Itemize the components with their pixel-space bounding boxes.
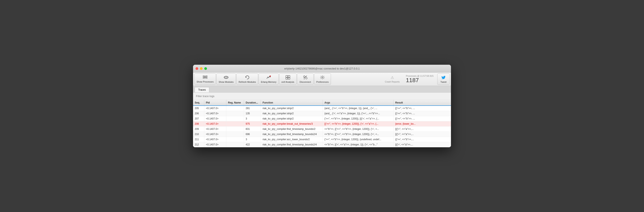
table-cell	[226, 126, 244, 132]
col-header-dur[interactable]: Duration...	[244, 100, 261, 106]
table-cell: 696	[244, 132, 261, 137]
table-cell: 281	[244, 106, 261, 111]
svg-rect-1	[203, 77, 205, 78]
col-header-reg[interactable]: Reg. Name	[226, 100, 244, 106]
table-cell: <0.1407.0>	[204, 111, 226, 116]
table-cell: 135	[244, 111, 261, 116]
processes-count: 1187	[406, 77, 419, 84]
show-modules-icon	[224, 75, 228, 80]
table-row[interactable]: 210<0.1407.0>696riak_kv_qry_compiler:fin…	[193, 132, 451, 137]
disconnect-icon	[303, 75, 308, 80]
preferences-button[interactable]: Preferences	[314, 73, 331, 85]
table-cell: riak_kv_qry_compiler:break_out_timeserie…	[261, 121, 323, 126]
tweet-icon	[441, 75, 446, 80]
table-cell: riak_kv_qry_compiler:strip/2	[261, 111, 323, 116]
table-cell: <<"b">>, [{'>='', <<"b">>, {integer, 120…	[322, 132, 393, 137]
table-cell: {and_, {'=', <<"a">>, {integer, 1}}, {'>…	[322, 111, 393, 116]
crash-reports-label: Crash Reports	[385, 81, 400, 83]
tweet-button[interactable]: Tweet	[437, 73, 450, 85]
table-cell	[226, 106, 244, 111]
titlebar: erlyberly-1462100278686@mac connected to…	[193, 65, 451, 73]
table-cell: {error, {lower_bo...	[394, 121, 451, 126]
erlang-memory-button[interactable]: Erlang Memory	[258, 73, 279, 85]
table-cell: 207	[193, 116, 204, 121]
show-modules-label: Show Modules	[218, 81, 234, 83]
table-cell: 3	[244, 116, 261, 121]
show-processes-icon	[203, 76, 208, 80]
table-cell: 206	[193, 111, 204, 116]
table-cell: [{'>='', <<"b">>, ...	[394, 116, 451, 121]
table-cell: 208	[193, 121, 204, 126]
svg-point-16	[322, 77, 323, 78]
col-header-pid[interactable]: Pid	[204, 100, 226, 106]
table-body: 205<0.1407.0>281riak_kv_qry_compiler:str…	[193, 106, 451, 147]
disconnect-button[interactable]: Disconnect	[297, 73, 314, 85]
preferences-icon	[320, 75, 325, 80]
svg-rect-11	[288, 76, 290, 77]
table-cell: [{{'='', <<"a">>,...	[394, 132, 451, 137]
table-cell: [{'>='', <<"b">>, ...	[394, 106, 451, 111]
table-cell	[226, 142, 244, 147]
processes-info: Processes @ 11:57:58.915 1187	[402, 73, 437, 85]
tabs-bar: Traces	[193, 86, 451, 93]
table-header-row: Seq. Pid Reg. Name Duration... Function …	[193, 100, 451, 106]
crash-reports-button[interactable]: ⚠ Crash Reports	[382, 73, 402, 85]
tweet-label: Tweet	[440, 81, 446, 83]
table-row[interactable]: 212<0.1407.0>422riak_kv_qry_compiler:fin…	[193, 142, 451, 147]
table-cell: <0.1407.0>	[204, 132, 226, 137]
table-cell: [{'>='', <<"b">>, ...	[394, 111, 451, 116]
filter-bar	[193, 93, 451, 100]
table-row[interactable]: 206<0.1407.0>135riak_kv_qry_compiler:str…	[193, 111, 451, 116]
refresh-modules-button[interactable]: Refresh Modules	[236, 73, 258, 85]
main-window: erlyberly-1462100278686@mac connected to…	[193, 65, 451, 147]
filter-input[interactable]	[196, 95, 448, 98]
table-cell: 211	[193, 137, 204, 142]
col-header-func[interactable]: Function	[261, 100, 323, 106]
col-header-args[interactable]: Args	[322, 100, 393, 106]
svg-rect-3	[206, 77, 207, 78]
maximize-button[interactable]	[204, 67, 207, 70]
table-cell: riak_kv_qry_compiler:find_timestamp_boun…	[261, 142, 323, 147]
show-processes-button[interactable]: Show Processes	[194, 73, 216, 85]
svg-rect-2	[206, 76, 207, 77]
table-row[interactable]: 211<0.1407.0>3riak_kv_qry_compiler:acc_l…	[193, 137, 451, 142]
svg-rect-0	[203, 76, 205, 77]
table-row[interactable]: 205<0.1407.0>281riak_kv_qry_compiler:str…	[193, 106, 451, 111]
svg-point-9	[270, 76, 271, 77]
preferences-label: Preferences	[316, 81, 329, 83]
table-cell: [{'>='', <<"b">>, {integer, 1200}}, {'='…	[322, 121, 393, 126]
table-cell	[226, 121, 244, 126]
window-buttons	[196, 67, 207, 70]
table-cell: riak_kv_qry_compiler:find_timestamp_boun…	[261, 126, 323, 132]
table-row[interactable]: 207<0.1407.0>3riak_kv_qry_compiler:strip…	[193, 116, 451, 121]
table-cell: 831	[244, 126, 261, 132]
col-header-result[interactable]: Result	[394, 100, 451, 106]
table-cell: {'>='', <<"b">>, {integer, 1200}}, [{{'=…	[322, 116, 393, 121]
trace-table: Seq. Pid Reg. Name Duration... Function …	[193, 100, 451, 147]
table-cell: <0.1407.0>	[204, 116, 226, 121]
table-cell: <<"b">>, [{'>='', <<"b">>, {integer, 120…	[322, 126, 393, 132]
table-row[interactable]: 209<0.1407.0>831riak_kv_qry_compiler:fin…	[193, 126, 451, 132]
tab-traces-label: Traces	[198, 88, 206, 91]
tab-traces[interactable]: Traces	[195, 87, 209, 92]
table-cell	[226, 116, 244, 121]
col-header-seq[interactable]: Seq.	[193, 100, 204, 106]
show-modules-button[interactable]: Show Modules	[216, 73, 236, 85]
svg-point-14	[304, 76, 305, 77]
table-cell: {'>='', <<"b">>, {integer, 1200}}, {unde…	[322, 137, 393, 142]
table-cell: 422	[244, 142, 261, 147]
minimize-button[interactable]	[200, 67, 202, 70]
table-cell	[226, 111, 244, 116]
svg-rect-10	[286, 76, 288, 77]
table-cell	[226, 137, 244, 142]
table-row[interactable]: 208<0.1407.0>975riak_kv_qry_compiler:bre…	[193, 121, 451, 126]
table-cell: {{'>=', <<"b">>,...	[394, 137, 451, 142]
toolbar: Show Processes Show Modules Refresh	[193, 73, 451, 86]
xref-analysis-button[interactable]: xref Analysis	[279, 73, 296, 85]
table-cell: 212	[193, 142, 204, 147]
table-cell: <0.1407.0>	[204, 142, 226, 147]
show-processes-label: Show Processes	[196, 81, 214, 83]
table-cell: <0.1407.0>	[204, 106, 226, 111]
refresh-modules-label: Refresh Modules	[238, 81, 256, 83]
close-button[interactable]	[196, 67, 198, 70]
